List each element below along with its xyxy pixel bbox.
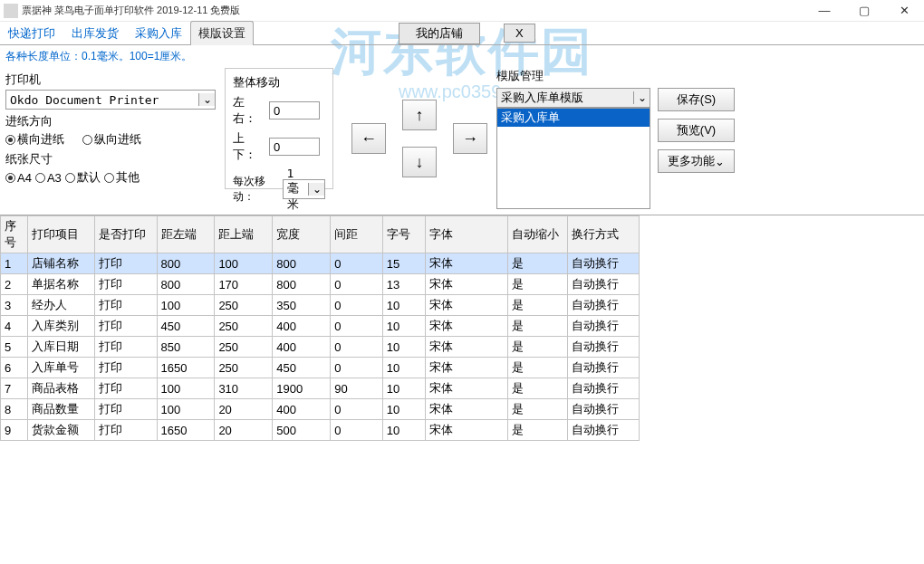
tab-template-settings[interactable]: 模版设置 bbox=[190, 21, 254, 45]
cell-item[interactable]: 入库日期 bbox=[27, 337, 95, 358]
cell-width[interactable]: 400 bbox=[273, 316, 331, 337]
template-dropdown[interactable]: 采购入库单模版 ⌄ bbox=[496, 88, 650, 108]
minimize-button[interactable]: — bbox=[804, 0, 844, 22]
template-list-item[interactable]: 采购入库单 bbox=[497, 109, 650, 127]
my-shop-button[interactable]: 我的店铺 bbox=[399, 23, 480, 44]
cell-auto[interactable]: 是 bbox=[508, 399, 568, 420]
printer-select[interactable]: Okdo Document Printer ⌄ bbox=[5, 90, 216, 110]
cell-opt[interactable]: 打印 bbox=[95, 253, 157, 274]
close-button[interactable]: ✕ bbox=[884, 0, 924, 22]
cell-item[interactable]: 经办人 bbox=[27, 295, 95, 316]
cell-seq[interactable]: 6 bbox=[1, 358, 28, 378]
th-font[interactable]: 字体 bbox=[425, 216, 508, 253]
radio-horizontal[interactable]: 横向进纸 bbox=[5, 131, 64, 148]
cell-auto[interactable]: 是 bbox=[508, 358, 568, 378]
cell-wrap[interactable]: 自动换行 bbox=[568, 274, 640, 295]
table-row[interactable]: 6入库单号打印1650250450010宋体是自动换行 bbox=[1, 358, 640, 378]
cell-width[interactable]: 800 bbox=[273, 274, 331, 295]
cell-opt[interactable]: 打印 bbox=[95, 316, 157, 337]
th-fsize[interactable]: 字号 bbox=[382, 216, 425, 253]
cell-width[interactable]: 450 bbox=[273, 358, 331, 378]
cell-fsize[interactable]: 10 bbox=[382, 378, 425, 399]
radio-a3[interactable]: A3 bbox=[35, 169, 62, 186]
cell-font[interactable]: 宋体 bbox=[425, 253, 508, 274]
cell-font[interactable]: 宋体 bbox=[425, 337, 508, 358]
cell-fsize[interactable]: 10 bbox=[382, 399, 425, 420]
cell-auto[interactable]: 是 bbox=[508, 337, 568, 358]
cell-top[interactable]: 100 bbox=[215, 253, 273, 274]
x-button[interactable]: X bbox=[504, 24, 535, 43]
cell-item[interactable]: 商品表格 bbox=[27, 378, 95, 399]
cell-gap[interactable]: 0 bbox=[331, 337, 383, 358]
cell-gap[interactable]: 90 bbox=[331, 378, 383, 399]
cell-seq[interactable]: 4 bbox=[1, 316, 28, 337]
th-wrap[interactable]: 换行方式 bbox=[568, 216, 640, 253]
table-row[interactable]: 5入库日期打印850250400010宋体是自动换行 bbox=[1, 337, 640, 358]
cell-item[interactable]: 店铺名称 bbox=[27, 253, 95, 274]
cell-left[interactable]: 100 bbox=[157, 295, 215, 316]
arrow-down-button[interactable]: ↓ bbox=[402, 147, 437, 177]
cell-left[interactable]: 100 bbox=[157, 378, 215, 399]
cell-opt[interactable]: 打印 bbox=[95, 358, 157, 378]
table-row[interactable]: 1店铺名称打印800100800015宋体是自动换行 bbox=[1, 253, 640, 274]
table-row[interactable]: 8商品数量打印10020400010宋体是自动换行 bbox=[1, 399, 640, 420]
radio-vertical[interactable]: 纵向进纸 bbox=[82, 131, 141, 148]
cell-wrap[interactable]: 自动换行 bbox=[568, 295, 640, 316]
th-item[interactable]: 打印项目 bbox=[27, 216, 95, 253]
cell-opt[interactable]: 打印 bbox=[95, 378, 157, 399]
cell-wrap[interactable]: 自动换行 bbox=[568, 358, 640, 378]
cell-left[interactable]: 1650 bbox=[157, 420, 215, 441]
cell-font[interactable]: 宋体 bbox=[425, 295, 508, 316]
cell-auto[interactable]: 是 bbox=[508, 274, 568, 295]
cell-left[interactable]: 800 bbox=[157, 274, 215, 295]
cell-auto[interactable]: 是 bbox=[508, 316, 568, 337]
cell-font[interactable]: 宋体 bbox=[425, 358, 508, 378]
cell-auto[interactable]: 是 bbox=[508, 253, 568, 274]
save-button[interactable]: 保存(S) bbox=[658, 88, 735, 111]
table-row[interactable]: 4入库类别打印450250400010宋体是自动换行 bbox=[1, 316, 640, 337]
move-ud-input[interactable] bbox=[269, 138, 320, 156]
cell-width[interactable]: 800 bbox=[273, 253, 331, 274]
cell-width[interactable]: 500 bbox=[273, 420, 331, 441]
cell-fsize[interactable]: 15 bbox=[382, 253, 425, 274]
cell-font[interactable]: 宋体 bbox=[425, 420, 508, 441]
cell-auto[interactable]: 是 bbox=[508, 295, 568, 316]
cell-seq[interactable]: 9 bbox=[1, 420, 28, 441]
cell-top[interactable]: 250 bbox=[215, 316, 273, 337]
cell-fsize[interactable]: 10 bbox=[382, 295, 425, 316]
cell-fsize[interactable]: 10 bbox=[382, 316, 425, 337]
cell-opt[interactable]: 打印 bbox=[95, 420, 157, 441]
cell-seq[interactable]: 8 bbox=[1, 399, 28, 420]
cell-item[interactable]: 入库单号 bbox=[27, 358, 95, 378]
cell-left[interactable]: 450 bbox=[157, 316, 215, 337]
cell-wrap[interactable]: 自动换行 bbox=[568, 337, 640, 358]
cell-width[interactable]: 1900 bbox=[273, 378, 331, 399]
cell-gap[interactable]: 0 bbox=[331, 274, 383, 295]
cell-left[interactable]: 100 bbox=[157, 399, 215, 420]
radio-other[interactable]: 其他 bbox=[104, 169, 140, 186]
cell-font[interactable]: 宋体 bbox=[425, 378, 508, 399]
cell-wrap[interactable]: 自动换行 bbox=[568, 316, 640, 337]
template-list[interactable]: 采购入库单 bbox=[496, 108, 650, 209]
cell-width[interactable]: 350 bbox=[273, 295, 331, 316]
arrow-up-button[interactable]: ↑ bbox=[402, 100, 437, 130]
th-seq[interactable]: 序号 bbox=[1, 216, 28, 253]
more-functions-button[interactable]: 更多功能⌄ bbox=[658, 149, 735, 173]
cell-auto[interactable]: 是 bbox=[508, 378, 568, 399]
cell-seq[interactable]: 7 bbox=[1, 378, 28, 399]
move-step-select[interactable]: 1毫米 ⌄ bbox=[283, 179, 325, 199]
cell-top[interactable]: 20 bbox=[215, 420, 273, 441]
th-gap[interactable]: 间距 bbox=[331, 216, 383, 253]
cell-opt[interactable]: 打印 bbox=[95, 295, 157, 316]
tab-quick-print[interactable]: 快递打印 bbox=[0, 21, 63, 45]
cell-left[interactable]: 800 bbox=[157, 253, 215, 274]
cell-fsize[interactable]: 10 bbox=[382, 358, 425, 378]
cell-item[interactable]: 入库类别 bbox=[27, 316, 95, 337]
cell-opt[interactable]: 打印 bbox=[95, 337, 157, 358]
cell-gap[interactable]: 0 bbox=[331, 399, 383, 420]
tab-purchase-in[interactable]: 采购入库 bbox=[127, 21, 190, 45]
cell-seq[interactable]: 1 bbox=[1, 253, 28, 274]
cell-fsize[interactable]: 10 bbox=[382, 420, 425, 441]
move-lr-input[interactable] bbox=[269, 101, 320, 119]
cell-top[interactable]: 310 bbox=[215, 378, 273, 399]
